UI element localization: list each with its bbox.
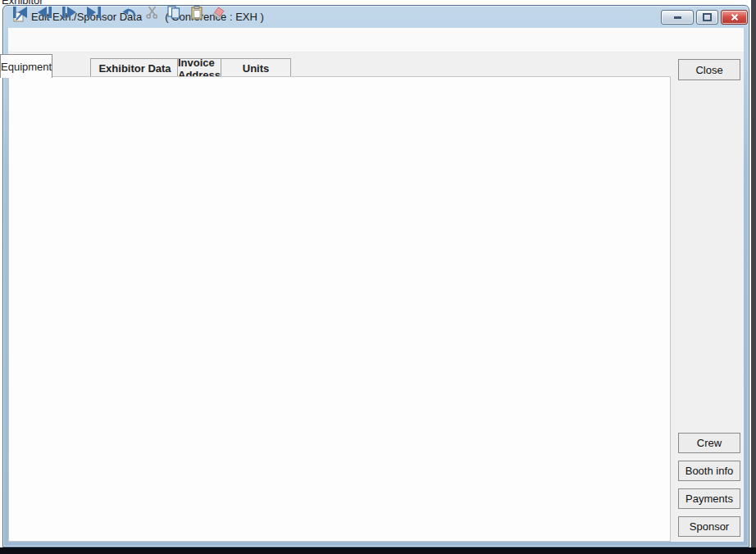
close-window-button[interactable] (721, 10, 748, 25)
tab-label: Equipment (1, 61, 52, 73)
crew-button[interactable]: Crew (678, 433, 740, 453)
payments-button[interactable]: Payments (678, 488, 740, 509)
close-button[interactable]: Close (678, 59, 740, 80)
toolbar (8, 28, 744, 52)
next-record-button[interactable] (60, 4, 80, 20)
screen: Exhibitor Edit Exh./Sponsor Data ( Confe… (0, 0, 756, 554)
clear-record-button[interactable] (208, 4, 228, 20)
restore-icon (703, 13, 712, 21)
close-icon (730, 12, 740, 22)
minimize-button[interactable] (661, 10, 694, 25)
background-bottom-strip (0, 547, 756, 554)
first-record-icon (12, 6, 29, 19)
booth-info-button[interactable]: Booth info (678, 461, 740, 481)
minimize-icon (674, 16, 681, 19)
last-record-button[interactable] (84, 4, 104, 20)
undo-button[interactable] (120, 4, 139, 20)
tab-label: Exhibitor Data (98, 62, 171, 75)
undo-icon (121, 6, 138, 19)
paste-button[interactable] (187, 4, 207, 20)
tab[interactable]: Equipment (0, 54, 52, 78)
next-record-icon (61, 6, 78, 19)
copy-button[interactable] (164, 4, 184, 20)
first-record-button[interactable] (11, 4, 30, 20)
previous-record-icon (37, 6, 53, 19)
previous-record-button[interactable] (35, 4, 55, 20)
equipment-tab-page (8, 76, 671, 542)
last-record-icon (86, 6, 102, 19)
restore-button[interactable] (696, 10, 718, 25)
tab-label: Units (243, 62, 270, 75)
titlebar[interactable]: Edit Exh./Sponsor Data ( Conference : EX… (2, 5, 749, 28)
eraser-icon (211, 7, 225, 19)
cut-button[interactable] (143, 4, 162, 20)
cut-icon (145, 6, 160, 19)
sponsor-button[interactable]: Sponsor (678, 516, 740, 537)
paste-icon (190, 6, 203, 20)
background-right-strip (751, 0, 756, 554)
copy-icon (166, 6, 181, 19)
